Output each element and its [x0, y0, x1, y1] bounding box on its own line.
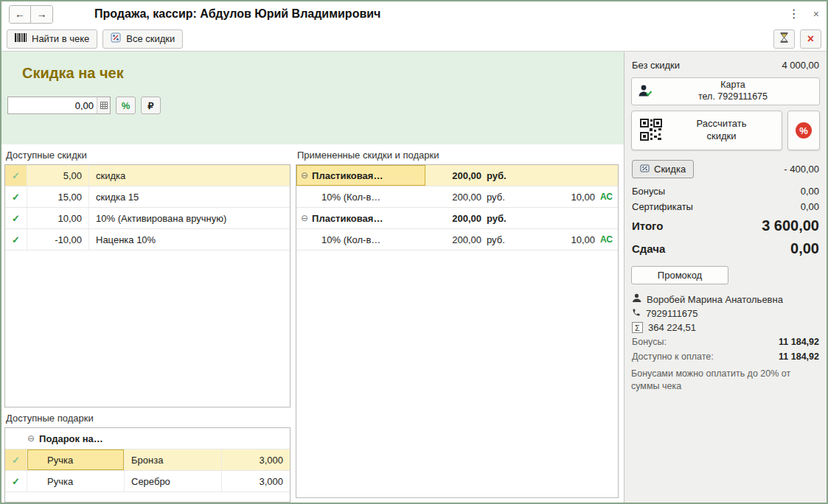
customer-name: Воробей Марина Анатольевна [647, 294, 783, 305]
applied-name-cell[interactable]: ⊖ Пластиковая… [296, 165, 425, 186]
ruble-mode-button[interactable]: ₽ [141, 97, 161, 114]
postpone-receipt-button[interactable] [773, 29, 795, 49]
discount-row[interactable]: ✓ 10,00 10% (Активирована вручную) [5, 208, 290, 229]
applied-qty-cell[interactable] [524, 208, 595, 228]
discount-total-value: - 400,00 [784, 164, 819, 175]
applied-currency-cell[interactable]: руб. [481, 208, 524, 228]
customer-verified-icon [638, 84, 653, 99]
discount-name-cell[interactable]: 10% (Активирована вручную) [89, 208, 290, 228]
gift-row[interactable]: ✓ Ручка Бронза 3,000 [5, 449, 290, 471]
discount-value-cell[interactable]: 5,00 [27, 165, 89, 186]
cancel-receipt-icon: × [807, 33, 814, 45]
discount-name-cell[interactable]: скидка [89, 165, 290, 186]
applied-currency-cell[interactable]: руб. [481, 165, 524, 186]
card-button[interactable]: Карта тел. 7929111675 [631, 77, 820, 105]
left-column: Доступные скидки ✓ 5,00 скидка ✓ 15,00 с… [1, 144, 291, 503]
applied-marker-cell[interactable] [595, 165, 618, 186]
calculator-icon[interactable] [97, 97, 110, 113]
applied-group-row[interactable]: ⊖ Пластиковая… 200,00 руб. [296, 208, 618, 229]
gift-name-cell[interactable]: Ручка [27, 471, 125, 491]
check-icon: ✓ [12, 476, 20, 487]
check-icon: ✓ [12, 234, 20, 245]
left-area: Скидка на чек % ₽ Доступные скидки [1, 52, 625, 503]
applied-currency-cell[interactable]: руб. [481, 186, 524, 207]
main-content: Скидка на чек % ₽ Доступные скидки [1, 52, 827, 503]
available-pay-row: Доступно к оплате: 11 184,92 [631, 349, 820, 364]
applied-marker-cell[interactable]: АС [595, 229, 618, 250]
summary-panel: Без скидки 4 000,00 Карта тел. 792911167… [625, 52, 827, 503]
cancel-receipt-button[interactable]: × [800, 29, 821, 49]
discount-check-cell[interactable]: ✓ [5, 229, 27, 250]
discount-name-cell[interactable]: Наценка 10% [89, 229, 290, 250]
hourglass-icon [779, 32, 789, 45]
bonus-balance-label: Бонусы: [632, 337, 667, 347]
discount-button[interactable]: Скидка [632, 160, 694, 178]
percent-mode-button[interactable]: % [116, 97, 136, 114]
discount-value-cell[interactable]: 15,00 [27, 186, 89, 207]
discount-row[interactable]: ✓ 5,00 скидка [5, 165, 290, 186]
applied-qty-cell[interactable] [524, 165, 595, 186]
discount-check-cell[interactable]: ✓ [5, 208, 27, 228]
available-pay-value: 11 184,92 [779, 351, 819, 362]
discount-row[interactable]: ✓ 15,00 скидка 15 [5, 186, 290, 208]
gift-row[interactable]: ✓ Ручка Серебро 3,000 [5, 471, 290, 492]
gift-qty-cell[interactable]: 3,000 [222, 471, 290, 491]
applied-marker-cell[interactable] [595, 208, 618, 228]
phone-icon [632, 308, 641, 319]
applied-amount-cell[interactable]: 200,00 [425, 229, 481, 250]
discount-value-cell[interactable]: -10,00 [27, 229, 89, 250]
gift-check-cell[interactable]: ✓ [5, 471, 27, 491]
total-label: Итого [632, 220, 663, 232]
window-close-icon[interactable]: × [813, 9, 819, 19]
gift-variant-cell[interactable]: Бронза [125, 449, 222, 470]
applied-currency-cell[interactable]: руб. [481, 229, 524, 250]
gift-group-row[interactable]: ⊖ Подарок на… [5, 428, 290, 449]
discount-amount-input[interactable] [8, 100, 97, 111]
promo-code-button[interactable]: Промокод [631, 266, 728, 284]
applied-amount-cell[interactable]: 200,00 [425, 208, 481, 228]
discount-check-cell[interactable]: ✓ [5, 165, 27, 186]
applied-name-cell[interactable]: ⊖ Пластиковая… [296, 208, 425, 228]
applied-name-cell[interactable]: 10% (Кол-в… [296, 229, 425, 250]
applied-amount-cell[interactable]: 200,00 [425, 186, 481, 207]
check-icon: ✓ [12, 213, 20, 224]
applied-child-row[interactable]: 10% (Кол-в… 200,00 руб. 10,00 АС [296, 229, 618, 251]
applied-qty-cell[interactable]: 10,00 [524, 229, 595, 250]
customer-total-line: Σ 364 224,51 [631, 321, 820, 335]
gift-variant-cell[interactable]: Серебро [125, 471, 222, 491]
find-in-receipt-button[interactable]: Найти в чеке [7, 29, 97, 49]
applied-amount-cell[interactable]: 200,00 [425, 165, 481, 186]
applied-marker-cell[interactable]: АС [595, 186, 618, 207]
discount-value-cell[interactable]: 10,00 [27, 208, 89, 228]
back-button[interactable]: ← [10, 6, 31, 23]
title-bar: ← → Продажа, кассир: Абдулов Юрий Владим… [1, 1, 827, 27]
find-in-receipt-label: Найти в чеке [32, 33, 89, 44]
gift-check-cell[interactable]: ✓ [5, 449, 27, 470]
applied-name-label: Пластиковая… [312, 213, 383, 224]
more-menu-icon[interactable]: ⋮ [788, 8, 800, 20]
available-gifts-table: ⊖ Подарок на… ✓ Ручка Бронза 3,000 ✓ [4, 427, 291, 503]
manual-discount-button[interactable]: % [787, 111, 820, 150]
discount-check-cell[interactable]: ✓ [5, 186, 27, 207]
all-discounts-button[interactable]: Все скидки [102, 29, 183, 49]
bonuses-row: Бонусы 0,00 [631, 183, 820, 199]
gift-name-cell[interactable]: Ручка [27, 449, 125, 470]
calculate-discounts-button[interactable]: Рассчитать скидки [631, 111, 782, 150]
collapse-icon[interactable]: ⊖ [27, 433, 35, 444]
collapse-icon[interactable]: ⊖ [301, 213, 308, 223]
qr-code-icon [639, 118, 663, 144]
applied-qty-cell[interactable]: 10,00 [524, 186, 595, 207]
check-icon: ✓ [12, 170, 20, 181]
applied-child-row[interactable]: 10% (Кол-в… 200,00 руб. 10,00 АС [296, 186, 618, 208]
discount-row[interactable]: ✓ -10,00 Наценка 10% [5, 229, 290, 251]
customer-phone-line: 7929111675 [631, 307, 820, 321]
collapse-icon[interactable]: ⊖ [301, 170, 308, 181]
applied-group-row[interactable]: ⊖ Пластиковая… 200,00 руб. [296, 165, 618, 186]
forward-button[interactable]: → [31, 6, 52, 23]
applied-name-cell[interactable]: 10% (Кол-в… [296, 186, 425, 207]
available-discounts-title: Доступные скидки [4, 144, 291, 164]
discount-name-cell[interactable]: скидка 15 [89, 186, 290, 207]
gift-qty-cell[interactable]: 3,000 [222, 449, 290, 470]
change-value: 0,00 [790, 240, 819, 257]
gift-group-cell[interactable]: ⊖ Подарок на… [5, 428, 290, 449]
